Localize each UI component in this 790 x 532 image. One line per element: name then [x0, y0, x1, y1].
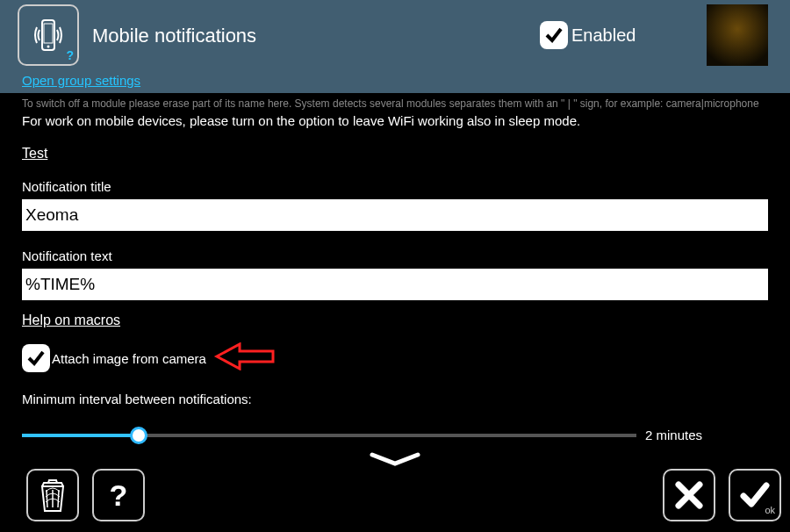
camera-preview: [707, 4, 768, 66]
settings-title: Mobile notifications: [92, 25, 256, 47]
help-badge-icon[interactable]: ?: [66, 48, 74, 62]
notification-text-label: Notification text: [0, 231, 790, 269]
delete-button[interactable]: [26, 469, 79, 521]
open-group-settings-link[interactable]: Open group settings: [22, 73, 140, 88]
enabled-label: Enabled: [571, 25, 636, 46]
interval-slider[interactable]: [22, 434, 636, 437]
help-on-macros-link[interactable]: Help on macros: [22, 313, 120, 328]
module-description: To switch off a module please erase part…: [0, 93, 790, 110]
cancel-button[interactable]: [663, 469, 715, 521]
ok-sublabel: ok: [765, 505, 775, 515]
svg-point-2: [47, 46, 50, 48]
test-link[interactable]: Test: [22, 146, 47, 162]
interval-label: Minimum interval between notifications:: [0, 374, 790, 406]
enabled-checkbox[interactable]: [540, 21, 568, 49]
svg-rect-1: [44, 24, 53, 43]
wifi-hint: For work on mobile devices, please turn …: [0, 110, 790, 128]
attach-image-label: Attach image from camera: [52, 351, 206, 366]
notification-title-input[interactable]: [22, 199, 768, 231]
attention-arrow-icon: [213, 342, 275, 374]
ok-button[interactable]: ok: [729, 469, 781, 521]
help-button[interactable]: ?: [92, 469, 145, 521]
interval-value: 2 minutes: [645, 428, 702, 442]
svg-text:?: ?: [110, 478, 128, 512]
notification-text-input[interactable]: [22, 269, 768, 300]
notification-title-label: Notification title: [0, 162, 790, 199]
mobile-notifications-icon: ?: [18, 4, 79, 66]
expand-down-icon[interactable]: [369, 451, 421, 472]
attach-image-checkbox[interactable]: [22, 344, 50, 372]
